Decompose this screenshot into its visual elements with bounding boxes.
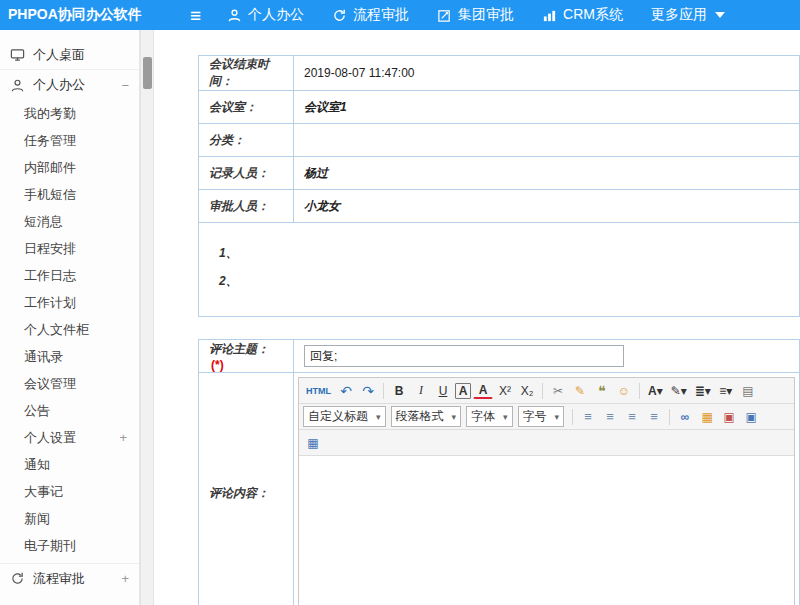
- edit-icon: [437, 8, 452, 23]
- blockquote-button[interactable]: ❝: [592, 381, 612, 401]
- table-row: 记录人员： 杨过: [199, 157, 800, 190]
- format-painter-button[interactable]: ✎: [570, 381, 590, 401]
- font-color-button[interactable]: A: [473, 383, 493, 399]
- toolbar-separator: [572, 409, 573, 425]
- nav-label: CRM系统: [563, 6, 623, 24]
- comment-subject-input[interactable]: [304, 345, 624, 367]
- sidebar-label: 通知: [24, 456, 50, 474]
- insert-file-button[interactable]: ▣: [741, 407, 761, 427]
- nav-label: 流程审批: [353, 6, 409, 24]
- sidebar-item-contacts[interactable]: 通讯录: [0, 343, 139, 370]
- source-html-button[interactable]: HTML: [303, 381, 334, 401]
- sidebar-item-major-events[interactable]: 大事记: [0, 478, 139, 505]
- insert-link-button[interactable]: ∞: [675, 407, 695, 427]
- field-label: 记录人员：: [199, 157, 294, 190]
- sidebar-item-attendance[interactable]: 我的考勤: [0, 100, 139, 127]
- sidebar-item-work-plan[interactable]: 工作计划: [0, 289, 139, 316]
- sidebar-section-process-approval[interactable]: 流程审批 +: [0, 563, 139, 593]
- expand-icon[interactable]: +: [119, 430, 127, 445]
- sidebar-item-tasks[interactable]: 任务管理: [0, 127, 139, 154]
- undo-button[interactable]: ↶: [336, 381, 356, 401]
- field-value: HTML ↶ ↷ B I U A A X² X₂ ✂: [294, 373, 800, 605]
- sidebar-item-announcements[interactable]: 公告: [0, 397, 139, 424]
- sidebar-label: 个人设置: [24, 429, 76, 447]
- nav-more-apps[interactable]: 更多应用: [651, 6, 725, 24]
- sidebar-item-schedule[interactable]: 日程安排: [0, 235, 139, 262]
- sidebar-label: 大事记: [24, 483, 63, 501]
- sidebar-item-e-journal[interactable]: 电子期刊: [0, 532, 139, 559]
- paragraph-format-select[interactable]: 段落格式▾: [391, 406, 462, 427]
- sidebar-label: 电子期刊: [24, 537, 76, 555]
- sidebar-item-notices[interactable]: 通知: [0, 451, 139, 478]
- align-left-button[interactable]: ≡: [578, 407, 598, 427]
- expand-icon[interactable]: +: [121, 571, 129, 586]
- required-mark: (*): [211, 358, 224, 372]
- nav-process-approval[interactable]: 流程审批: [332, 6, 409, 24]
- menu-toggle-icon[interactable]: ≡: [190, 6, 201, 25]
- new-document-button[interactable]: ▤: [738, 381, 758, 401]
- underline-button[interactable]: U: [433, 381, 453, 401]
- collapse-icon[interactable]: −: [121, 78, 129, 93]
- sidebar-item-short-message[interactable]: 短消息: [0, 208, 139, 235]
- sidebar-section-personal-office[interactable]: 个人办公 −: [0, 70, 139, 100]
- heading-style-select[interactable]: 自定义标题▾: [303, 406, 386, 427]
- sidebar-item-file-cabinet[interactable]: 个人文件柜: [0, 316, 139, 343]
- editor-toolbar-row1: HTML ↶ ↷ B I U A A X² X₂ ✂: [299, 378, 794, 404]
- chevron-down-icon: ▾: [503, 412, 508, 422]
- editor-toolbar-row3: ▦: [299, 430, 794, 456]
- nav-group-approval[interactable]: 集团审批: [437, 6, 514, 24]
- insert-media-button[interactable]: ▣: [719, 407, 739, 427]
- redo-button[interactable]: ↷: [358, 381, 378, 401]
- align-right-button[interactable]: ≡: [622, 407, 642, 427]
- insert-table-button[interactable]: ▦: [303, 433, 323, 453]
- emoticons-button[interactable]: ☺: [614, 381, 634, 401]
- main-content: 会议结束时间： 2019-08-07 11:47:00 会议室： 会议室1 分类…: [154, 30, 800, 605]
- subscript-button[interactable]: X₂: [517, 381, 537, 401]
- italic-button[interactable]: I: [411, 381, 431, 401]
- select-label: 自定义标题: [308, 408, 368, 425]
- scrollbar-thumb[interactable]: [143, 57, 152, 89]
- highlight-dropdown[interactable]: ✎▾: [668, 381, 690, 401]
- sidebar-item-news[interactable]: 新闻: [0, 505, 139, 532]
- meeting-notes-cell: 1、 2、: [199, 223, 800, 317]
- sidebar-item-personal-settings[interactable]: 个人设置+: [0, 424, 139, 451]
- sidebar-label: 工作计划: [24, 294, 76, 312]
- align-center-button[interactable]: ≡: [600, 407, 620, 427]
- chevron-down-icon: ▾: [452, 412, 457, 422]
- person-icon: [227, 8, 242, 23]
- superscript-button[interactable]: X²: [495, 381, 515, 401]
- note-line: 1、: [219, 239, 789, 267]
- insert-image-button[interactable]: ▦: [697, 407, 717, 427]
- sidebar-label: 短消息: [24, 213, 63, 231]
- main-nav: 个人办公 流程审批 集团审批 CRM系统 更多应用: [227, 6, 725, 24]
- editor-toolbar-row2: 自定义标题▾ 段落格式▾ 字体▾ 字号▾ ≡ ≡ ≡ ≡ ∞ ▦: [299, 404, 794, 430]
- sidebar-label: 工作日志: [24, 267, 76, 285]
- sidebar-item-work-log[interactable]: 工作日志: [0, 262, 139, 289]
- vertical-scrollbar[interactable]: [140, 30, 154, 605]
- field-label: 会议结束时间：: [199, 56, 294, 91]
- font-family-select[interactable]: 字体▾: [466, 406, 513, 427]
- sidebar-item-meeting-management[interactable]: 会议管理: [0, 370, 139, 397]
- rich-text-editor: HTML ↶ ↷ B I U A A X² X₂ ✂: [298, 377, 795, 605]
- bold-button[interactable]: B: [389, 381, 409, 401]
- field-value: 小龙女: [294, 190, 800, 223]
- toolbar-separator: [542, 383, 543, 399]
- font-name-button[interactable]: A: [455, 383, 471, 399]
- chevron-down-icon: ▾: [376, 412, 381, 422]
- editor-content-area[interactable]: [299, 456, 794, 605]
- text-color-dropdown[interactable]: A▾: [645, 381, 666, 401]
- field-value: 2019-08-07 11:47:00: [294, 56, 800, 91]
- remove-format-button[interactable]: ✂: [548, 381, 568, 401]
- unordered-list-dropdown[interactable]: ≡▾: [716, 381, 736, 401]
- sidebar-item-sms[interactable]: 手机短信: [0, 181, 139, 208]
- ordered-list-dropdown[interactable]: ≣▾: [692, 381, 714, 401]
- nav-crm[interactable]: CRM系统: [542, 6, 623, 24]
- toolbar-separator: [669, 409, 670, 425]
- sidebar-item-internal-mail[interactable]: 内部邮件: [0, 154, 139, 181]
- font-size-select[interactable]: 字号▾: [518, 406, 565, 427]
- nav-personal-office[interactable]: 个人办公: [227, 6, 304, 24]
- field-label: 评论主题：(*): [199, 340, 294, 373]
- align-justify-button[interactable]: ≡: [644, 407, 664, 427]
- note-line: 2、: [219, 267, 789, 295]
- sidebar-item-desktop[interactable]: 个人桌面: [0, 40, 139, 70]
